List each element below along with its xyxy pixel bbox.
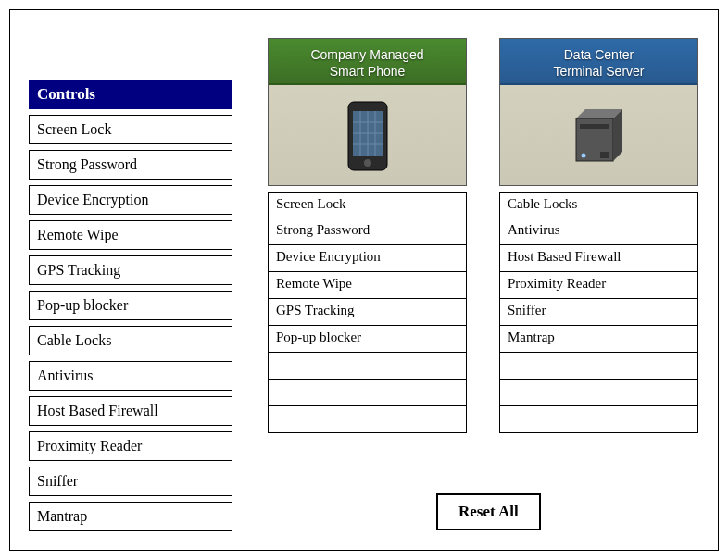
server-slot[interactable] <box>499 353 698 380</box>
exercise-frame: Controls Screen Lock Strong Password Dev… <box>9 9 719 551</box>
server-title: Data Center Terminal Server <box>500 39 697 85</box>
control-item[interactable]: Cable Locks <box>29 326 232 355</box>
phone-drop-list[interactable]: Screen Lock Strong Password Device Encry… <box>268 192 467 433</box>
phone-slot[interactable]: Strong Password <box>268 218 467 245</box>
phone-slot[interactable]: Remote Wipe <box>268 272 467 299</box>
control-item[interactable]: Strong Password <box>29 150 232 180</box>
phone-slot[interactable] <box>268 380 467 406</box>
phone-header: Company Managed Smart Phone <box>268 38 467 186</box>
server-title-line2: Terminal Server <box>553 64 644 79</box>
phone-title-line2: Smart Phone <box>330 64 406 79</box>
server-title-line1: Data Center <box>564 47 634 62</box>
server-slot[interactable]: Antivirus <box>499 218 698 245</box>
server-slot[interactable]: Mantrap <box>499 326 698 353</box>
control-item[interactable]: Antivirus <box>29 361 232 391</box>
phone-slot[interactable] <box>268 353 467 380</box>
control-item[interactable]: Sniffer <box>29 467 232 496</box>
control-item[interactable]: Proximity Reader <box>29 431 232 461</box>
phone-slot[interactable]: Screen Lock <box>268 192 467 218</box>
server-slot[interactable]: Proximity Reader <box>499 272 698 299</box>
server-panel: Data Center Terminal Server Cable Locks … <box>499 38 698 433</box>
control-item[interactable]: Host Based Firewall <box>29 396 232 426</box>
control-item[interactable]: GPS Tracking <box>29 255 232 285</box>
server-slot[interactable] <box>499 406 698 433</box>
control-item[interactable]: Screen Lock <box>29 115 232 144</box>
svg-rect-14 <box>600 152 609 158</box>
controls-panel: Controls Screen Lock Strong Password Dev… <box>29 80 232 531</box>
svg-point-8 <box>364 159 371 167</box>
server-icon <box>567 100 632 167</box>
phone-slot[interactable]: Device Encryption <box>268 245 467 272</box>
controls-header: Controls <box>29 80 232 109</box>
server-slot[interactable] <box>499 380 698 406</box>
phone-title-line1: Company Managed <box>310 47 423 62</box>
server-slot[interactable]: Host Based Firewall <box>499 245 698 272</box>
control-item[interactable]: Mantrap <box>29 502 232 531</box>
phone-panel: Company Managed Smart Phone Screen Lock … <box>268 38 467 433</box>
control-item[interactable]: Remote Wipe <box>29 220 232 250</box>
svg-rect-12 <box>580 124 609 129</box>
server-slot[interactable]: Cable Locks <box>499 192 698 218</box>
server-header: Data Center Terminal Server <box>499 38 698 186</box>
phone-title: Company Managed Smart Phone <box>269 39 466 85</box>
phone-slot[interactable]: Pop-up blocker <box>268 326 467 353</box>
control-item[interactable]: Device Encryption <box>29 185 232 215</box>
server-drop-list[interactable]: Cable Locks Antivirus Host Based Firewal… <box>499 192 698 433</box>
phone-slot[interactable]: GPS Tracking <box>268 299 467 326</box>
reset-all-button[interactable]: Reset All <box>436 493 541 530</box>
server-slot[interactable]: Sniffer <box>499 299 698 326</box>
svg-point-13 <box>581 154 585 158</box>
control-item[interactable]: Pop-up blocker <box>29 291 232 320</box>
phone-slot[interactable] <box>268 406 467 433</box>
smartphone-icon <box>346 100 389 172</box>
